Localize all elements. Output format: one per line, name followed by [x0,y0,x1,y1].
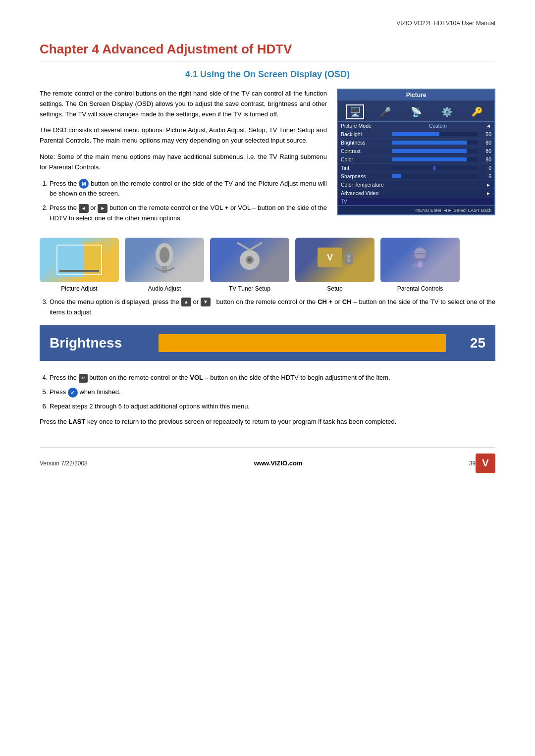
brightness-color-indicator [159,334,446,352]
osd-value-picture-mode: Custom [390,123,485,129]
osd-icon-audio: 🎤 [376,104,394,119]
footer-url-text: www.VIZIO.com [254,459,303,467]
left-button-icon: ◄ [79,204,89,213]
osd-icon-setup: ⚙️ [438,104,456,119]
osd-label-advanced-video: Advanced Video [341,190,390,196]
image-item-parental: Parental Controls [380,238,460,292]
footer-page: 39 [469,460,476,467]
osd-panel: Picture 🖥️ 🎤 📡 ⚙️ 🔑 Picture Mode Custom … [337,89,495,228]
svg-rect-22 [418,261,423,267]
osd-label-backlight: Backlight [341,131,390,137]
audio-adjust-label: Audio Adjust [148,285,181,292]
chapter-title: Chapter 4 Advanced Adjustment of HDTV [40,42,495,61]
osd-value-sharpness: 6 [480,173,491,179]
brightness-bar-value: 25 [456,335,485,351]
steps-list-3: Press the ↵ button on the remote control… [50,373,495,411]
svg-text:V: V [327,252,333,262]
osd-bar-sharpness [392,174,401,178]
osd-bar-brightness-container [392,141,478,145]
menu-button-icon: M [79,179,89,189]
osd-value-tint: 0 [480,165,491,171]
manual-title: VIZIO VO22L HDTV10A User Manual [396,20,495,27]
osd-row-picture-mode: Picture Mode Custom ◄ [338,122,494,130]
last-note: Press the LAST key once to return to the… [40,417,495,427]
ok-button-icon: ✓ [68,388,78,398]
parental-controls-label: Parental Controls [397,285,443,292]
svg-line-10 [250,243,262,250]
step3-container: Once the menu option is displayed, press… [40,297,495,318]
up-button-icon: ▲ [181,298,191,306]
osd-bar-brightness [392,141,467,145]
osd-icon-picture: 🖥️ [346,104,364,119]
osd-box: Picture 🖥️ 🎤 📡 ⚙️ 🔑 Picture Mode Custom … [337,89,495,215]
picture-adjust-image [40,238,119,282]
osd-row-backlight: Backlight 50 [338,130,494,139]
osd-label-sharpness: Sharpness [341,173,390,179]
parental-controls-image [380,238,460,282]
osd-bar-color-container [392,157,478,161]
osd-label-brightness: Brightness [341,140,390,146]
osd-menu-images-row: Picture Adjust Audio Adjust TV Tuner Set… [40,238,495,292]
setup-image: V [295,238,374,282]
svg-rect-15 [345,252,353,264]
osd-icon-tv: 📡 [407,104,425,119]
osd-label-picture-mode: Picture Mode [341,123,390,129]
osd-value-backlight: 50 [480,131,491,137]
step-6: Repeat steps 2 through 5 to adjust addit… [50,402,495,412]
tv-tuner-image [210,238,289,282]
left-column: The remote control or the control button… [40,89,327,228]
osd-row-color: Color 80 [338,155,494,164]
osd-title: Picture [338,90,494,101]
osd-value-color: 80 [480,156,491,162]
osd-icon-parental: 🔑 [468,104,486,119]
step-1: Press the M button on the remote control… [50,179,327,200]
paragraph-1: The remote control or the control button… [40,89,327,119]
steps-list-2: Once the menu option is displayed, press… [50,297,495,318]
osd-bar-tint-dot [433,166,435,170]
osd-bar-backlight [392,132,439,136]
svg-point-7 [160,247,169,263]
vizio-logo: V [476,454,495,473]
osd-arrow-color-temp: ► [485,182,491,188]
osd-row-color-temp: Color Temperature ► [338,181,494,189]
osd-row-contrast: Contrast 80 [338,147,494,155]
audio-adjust-image [125,238,204,282]
image-item-setup: V Setup [295,238,374,292]
paragraph-2: The OSD consists of several menu options… [40,125,327,146]
footer-url: www.VIZIO.com [88,459,469,467]
osd-label-color-temp: Color Temperature [341,182,390,188]
brightness-bar: Brightness 25 [40,325,495,361]
osd-footer: MENU Enter ◄► Select LAST Back [338,205,494,214]
osd-row-advanced-video: Advanced Video ► [338,189,494,198]
manual-header: VIZIO VO22L HDTV10A User Manual [40,20,495,27]
osd-arrow-picture-mode: ◄ [485,123,491,129]
osd-label-tint: Tint [341,165,390,171]
image-item-picture: Picture Adjust [40,238,119,292]
main-content-area: The remote control or the control button… [40,89,495,228]
svg-rect-4 [59,270,99,272]
svg-point-16 [347,255,350,258]
osd-value-brightness: 80 [480,140,491,146]
setup-label: Setup [327,285,342,292]
down-button-icon: ▼ [201,298,211,306]
step-2: Press the ◄ or ► button on the remote co… [50,203,327,224]
osd-icons-row: 🖥️ 🎤 📡 ⚙️ 🔑 [338,101,494,122]
svg-point-17 [347,259,350,262]
step-3: Once the menu option is displayed, press… [50,297,495,318]
step-4: Press the ↵ button on the remote control… [50,373,495,383]
image-item-audio: Audio Adjust [125,238,204,292]
picture-adjust-label: Picture Adjust [61,285,97,292]
osd-label-color: Color [341,156,390,162]
steps-4-6-container: Press the ↵ button on the remote control… [40,373,495,427]
osd-row-tint: Tint 0 [338,164,494,172]
tv-tuner-label: TV Tuner Setup [229,285,270,292]
osd-bar-tint-container [392,166,478,170]
footer-version: Version 7/22/2008 [40,460,88,467]
paragraph-3: Note: Some of the main menu options may … [40,152,327,173]
page-footer: Version 7/22/2008 www.VIZIO.com 39 V [40,447,495,473]
svg-line-9 [237,243,250,250]
osd-bar-backlight-container [392,132,478,136]
osd-bar-sharpness-container [392,174,478,178]
osd-value-contrast: 80 [480,148,491,154]
osd-row-brightness: Brightness 80 [338,139,494,147]
